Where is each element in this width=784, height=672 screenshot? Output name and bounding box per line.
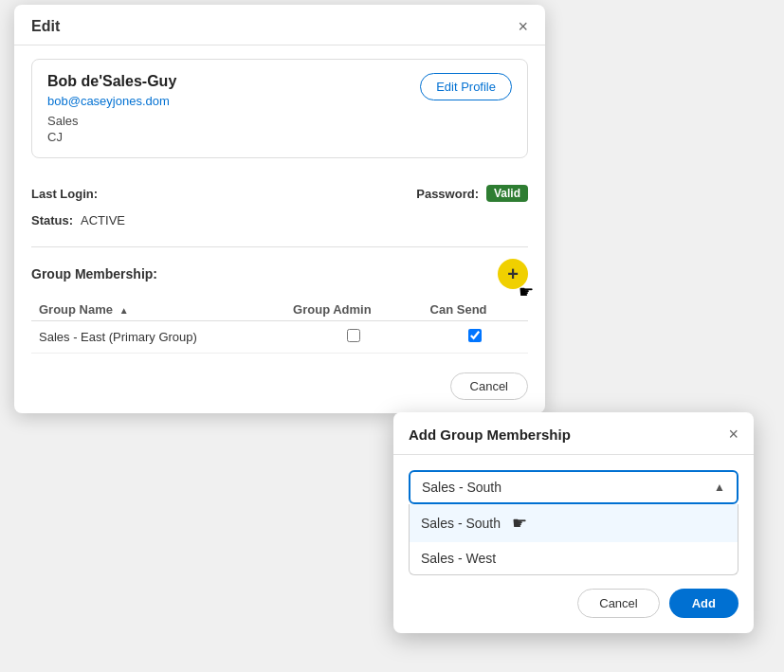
add-group-modal-title: Add Group Membership: [409, 427, 571, 443]
user-info: Bob de'Sales-Guy bob@caseyjones.dom Sale…: [47, 73, 176, 144]
user-email: bob@caseyjones.dom: [47, 94, 176, 108]
col-group-admin: Group Admin: [285, 299, 423, 321]
edit-modal-footer: Cancel: [14, 363, 545, 413]
can-send-cell: [423, 321, 528, 354]
plus-icon: +: [507, 263, 519, 285]
add-group-button[interactable]: +: [498, 259, 528, 289]
add-group-modal: Add Group Membership × Sales - South ▲ S…: [393, 412, 754, 633]
col-group-name[interactable]: Group Name ▲: [31, 299, 285, 321]
add-group-modal-header: Add Group Membership ×: [393, 412, 754, 455]
group-membership-label: Group Membership:: [31, 266, 157, 282]
edit-modal: Edit × Bob de'Sales-Guy bob@caseyjones.d…: [14, 5, 545, 413]
last-login-label: Last Login:: [31, 187, 98, 201]
add-group-modal-body: Sales - South ▲ Sales - South ☛ Sales - …: [393, 455, 754, 575]
add-group-modal-close-button[interactable]: ×: [728, 426, 738, 443]
dropdown-options: Sales - South ☛ Sales - West: [409, 504, 738, 575]
user-name: Bob de'Sales-Guy: [47, 73, 176, 90]
table-row: Sales - East (Primary Group): [31, 321, 528, 354]
dropdown-wrapper: Sales - South ▲ Sales - South ☛ Sales - …: [409, 470, 738, 575]
dropdown-option-sales-south[interactable]: Sales - South ☛: [410, 504, 738, 542]
col-can-send: Can Send: [423, 299, 528, 321]
edit-modal-header: Edit ×: [14, 5, 545, 45]
dropdown-option-sales-west[interactable]: Sales - West: [410, 542, 738, 574]
group-name-cell: Sales - East (Primary Group): [31, 321, 285, 354]
dropdown-arrow-icon: ▲: [714, 481, 725, 494]
dropdown-selected-value: Sales - South: [422, 480, 501, 495]
status-value: ACTIVE: [81, 213, 125, 227]
dropdown-selected[interactable]: Sales - South ▲: [409, 470, 738, 504]
add-group-cancel-button[interactable]: Cancel: [577, 589, 659, 618]
status-label: Status:: [31, 213, 73, 227]
last-login-row: Last Login: Password: Valid: [31, 179, 528, 208]
group-membership-section: Group Membership: + ☛ Group Name ▲ Group…: [14, 253, 545, 363]
group-admin-checkbox[interactable]: [347, 329, 360, 342]
table-header-row: Group Name ▲ Group Admin Can Send: [31, 299, 528, 321]
sort-arrow-icon: ▲: [119, 305, 129, 316]
add-group-add-button[interactable]: Add: [669, 589, 738, 618]
user-department: Sales: [47, 114, 176, 128]
password-label: Password:: [416, 187, 479, 201]
status-row: Status: ACTIVE: [31, 208, 528, 233]
cursor-hand-dropdown-icon: ☛: [512, 513, 527, 534]
group-table: Group Name ▲ Group Admin Can Send Sales …: [31, 299, 528, 354]
password-valid-badge: Valid: [486, 185, 528, 202]
add-group-modal-footer: Cancel Add: [393, 575, 754, 633]
edit-cancel-button[interactable]: Cancel: [450, 372, 528, 400]
edit-modal-title: Edit: [31, 18, 60, 35]
can-send-checkbox[interactable]: [468, 329, 482, 342]
group-admin-cell: [285, 321, 423, 354]
edit-profile-button[interactable]: Edit Profile: [420, 73, 512, 100]
divider: [31, 246, 528, 247]
edit-modal-close-button[interactable]: ×: [518, 18, 528, 35]
user-card: Bob de'Sales-Guy bob@caseyjones.dom Sale…: [31, 59, 528, 158]
group-header-row: Group Membership: + ☛: [31, 259, 528, 289]
user-code: CJ: [47, 130, 176, 144]
info-section: Last Login: Password: Valid Status: ACTI…: [14, 172, 545, 241]
